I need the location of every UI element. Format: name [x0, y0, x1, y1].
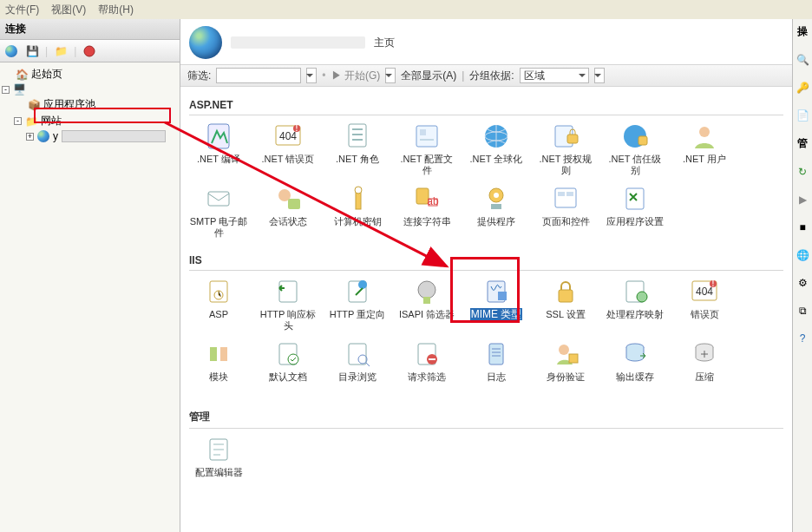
cache-icon: [619, 338, 651, 370]
isapi-icon: [411, 276, 442, 307]
feature-label: 请求筛选: [408, 371, 446, 394]
advanced-icon[interactable]: ⚙: [796, 276, 809, 290]
explore-icon[interactable]: 🔍: [796, 53, 809, 67]
feature-会话状态[interactable]: 会话状态: [259, 183, 318, 239]
feature--NET-编译[interactable]: .NET 编译: [189, 121, 248, 176]
help-icon[interactable]: ?: [796, 332, 809, 345]
tree-start-page[interactable]: 🏠 起始页: [2, 66, 178, 82]
save-icon[interactable]: 💾: [24, 43, 40, 59]
feature-label: MIME 类型: [470, 309, 523, 332]
edit-icon[interactable]: 📄: [796, 108, 809, 122]
feature-模块[interactable]: 模块: [189, 338, 248, 394]
feature-页面和控件[interactable]: 页面和控件: [536, 183, 595, 239]
feature-配置编辑器[interactable]: 配置编辑器: [189, 434, 248, 489]
tree-app-pools[interactable]: 📦 应用程序池: [2, 96, 178, 113]
svg-rect-47: [210, 347, 217, 361]
role-icon: [342, 121, 373, 152]
feature-目录浏览[interactable]: 目录浏览: [328, 338, 387, 394]
connect-icon[interactable]: [3, 43, 19, 59]
menu-view[interactable]: 视图(V): [51, 3, 86, 17]
appset-icon: [619, 183, 651, 214]
expand-icon[interactable]: +: [26, 133, 34, 141]
start-dropdown[interactable]: [385, 68, 396, 83]
filter-input[interactable]: [216, 68, 301, 83]
feature-SMTP-电子邮件[interactable]: SMTP 电子邮件: [189, 183, 248, 239]
svg-point-56: [559, 345, 569, 355]
feature-请求筛选[interactable]: 请求筛选: [397, 338, 456, 394]
feature--NET-授权规则[interactable]: .NET 授权规则: [536, 121, 595, 176]
feature-默认文档[interactable]: 默认文档: [259, 338, 318, 394]
filter-scope-dropdown[interactable]: [306, 68, 317, 83]
connection-tree[interactable]: 🏠 起始页 - 🖥️ 📦 应用程序池 - 📁 网站 + y: [0, 62, 180, 147]
feature-处理程序映射[interactable]: 处理程序映射: [606, 276, 665, 332]
feature-label: .NET 配置文件: [397, 154, 456, 176]
feature-应用程序设置[interactable]: 应用程序设置: [606, 183, 665, 239]
feature-身份验证[interactable]: 身份验证: [536, 338, 595, 394]
start-icon[interactable]: ▶: [796, 193, 809, 207]
svg-rect-57: [569, 354, 578, 363]
tree-sites[interactable]: - 📁 网站: [2, 113, 178, 129]
feature-MIME-类型[interactable]: MIME 类型: [467, 276, 526, 332]
connections-toolbar: 💾 | 📁 |: [0, 40, 180, 62]
feature-ASP[interactable]: ASP: [189, 276, 248, 332]
feature-label: 应用程序设置: [606, 216, 664, 239]
feature-错误页[interactable]: 404!错误页: [675, 276, 734, 332]
folder-icon: 📁: [25, 115, 37, 128]
group-aspnet-title: ASP.NET: [189, 99, 783, 111]
err404-icon: 404!: [689, 276, 720, 307]
tree-site-item[interactable]: + y: [2, 129, 178, 143]
collapse-icon[interactable]: -: [14, 117, 22, 125]
globe-icon: [481, 121, 512, 152]
server-icon: 🖥️: [13, 83, 25, 95]
group-iis-grid: ASPHTTP 响应标头HTTP 重定向ISAPI 筛选器MIME 类型SSL …: [189, 276, 783, 394]
stop-icon[interactable]: [82, 43, 97, 59]
feature-压缩[interactable]: 压缩: [675, 338, 734, 394]
start-button[interactable]: ▶ 开始(G): [331, 69, 381, 83]
actions-title: 操: [797, 24, 808, 39]
svg-rect-7: [416, 126, 437, 147]
limits-icon[interactable]: ⧉: [796, 304, 809, 318]
groupby-dropdown[interactable]: 区域: [520, 68, 589, 83]
restart-icon[interactable]: ↻: [796, 165, 809, 179]
up-icon[interactable]: 📁: [53, 43, 69, 59]
auth-icon: [550, 121, 581, 152]
feature-提供程序[interactable]: 提供程序: [467, 183, 526, 239]
feature-header: 主页: [180, 19, 792, 64]
view-dropdown[interactable]: [594, 68, 605, 83]
feature-label: .NET 角色: [336, 154, 379, 176]
feature--NET-配置文件[interactable]: .NET 配置文件: [397, 121, 456, 176]
feature-ISAPI-筛选器[interactable]: ISAPI 筛选器: [397, 276, 456, 332]
feature-HTTP-响应标头[interactable]: HTTP 响应标头: [259, 276, 318, 332]
feature-label: 连接字符串: [403, 216, 451, 239]
svg-rect-18: [288, 199, 300, 209]
feature--NET-错误页[interactable]: 404!.NET 错误页: [259, 121, 318, 176]
site-selected-blur: [62, 130, 166, 142]
page-icon: [550, 183, 581, 214]
tree-server-root[interactable]: - 🖥️: [2, 82, 178, 96]
feature-HTTP-重定向[interactable]: HTTP 重定向: [328, 276, 387, 332]
feature-label: 输出缓存: [616, 371, 654, 394]
svg-rect-55: [489, 344, 503, 365]
stop-action-icon[interactable]: ■: [796, 220, 809, 234]
feature-label: 会话状态: [269, 216, 307, 239]
browse-icon[interactable]: 🌐: [796, 248, 809, 262]
module-icon: [203, 338, 234, 370]
permissions-icon[interactable]: 🔑: [796, 81, 809, 95]
collapse-icon[interactable]: -: [2, 86, 10, 94]
feature--NET-用户[interactable]: .NET 用户: [675, 121, 734, 176]
feature-日志[interactable]: 日志: [467, 338, 526, 394]
menu-file[interactable]: 文件(F): [5, 3, 39, 17]
feature-label: 目录浏览: [338, 371, 377, 394]
feature--NET-全球化[interactable]: .NET 全球化: [467, 121, 526, 176]
feature-连接字符串[interactable]: ab连接字符串: [397, 183, 456, 239]
feature-计算机密钥[interactable]: 计算机密钥: [328, 183, 387, 239]
feature-输出缓存[interactable]: 输出缓存: [606, 338, 665, 394]
feature--NET-信任级别[interactable]: .NET 信任级别: [606, 121, 665, 176]
menu-help[interactable]: 帮助(H): [98, 3, 134, 17]
site-name-blur: [231, 36, 365, 49]
feature-label: SSL 设置: [546, 309, 585, 332]
feature-SSL-设置[interactable]: SSL 设置: [536, 276, 595, 332]
feature--NET-角色[interactable]: .NET 角色: [328, 121, 387, 176]
feature-label: ISAPI 筛选器: [399, 309, 455, 332]
show-all-button[interactable]: 全部显示(A): [401, 69, 456, 83]
